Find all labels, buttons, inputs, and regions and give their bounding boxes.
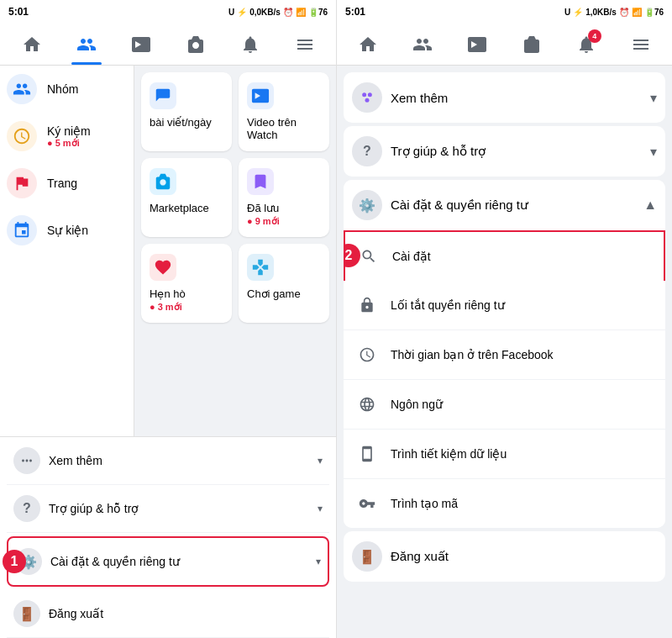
cai-dat-section-arrow: ▲	[643, 198, 657, 213]
settings-trinh-tiet-kiem[interactable]: Trình tiết kiệm dữ liệu	[344, 430, 665, 479]
right-nav-bar: 4	[337, 24, 672, 66]
loi-tat-label: Lối tắt quyền riêng tư	[391, 298, 505, 312]
section-xem-them[interactable]: Xem thêm ▾	[344, 72, 665, 123]
trang-icon	[7, 168, 37, 198]
grid-item-hendo[interactable]: Hẹn hò ● 3 mới	[141, 244, 232, 323]
tro-giup-section-arrow: ▾	[650, 144, 657, 160]
grid-row-2: Marketplace Đã lưu ● 9 mới	[141, 158, 329, 237]
right-data-icon: ⚡	[573, 8, 583, 17]
left-battery: 🔋76	[308, 8, 328, 17]
sidebar-item-nhom[interactable]: Nhóm	[0, 66, 134, 113]
nav-friends[interactable]	[71, 29, 102, 60]
right-scroll-content: Xem thêm ▾ ? Trợ giúp & hỗ trợ ▾ ⚙️ Cài …	[337, 66, 672, 638]
ngon-ngu-label: Ngôn ngữ	[391, 398, 443, 411]
settings-thoi-gian[interactable]: Thời gian bạn ở trên Facebook	[344, 330, 665, 380]
settings-trinh-tao-ma[interactable]: Trình tạo mã	[344, 479, 665, 528]
tro-giup-section-icon: ?	[352, 136, 382, 166]
section-tro-giup[interactable]: ? Trợ giúp & hỗ trợ ▾	[344, 126, 665, 177]
grid-item-daluu[interactable]: Đã lưu ● 9 mới	[239, 158, 329, 237]
right-time: 5:01	[345, 6, 365, 18]
trinh-tao-ma-label: Trình tạo mã	[391, 497, 458, 510]
xem-them-left-content: Xem thêm	[13, 447, 102, 474]
xem-them-arrow: ▾	[318, 455, 323, 467]
section-dang-xuat-right[interactable]: 🚪 Đăng xuất	[344, 531, 665, 582]
thoi-gian-label: Thời gian bạn ở trên Facebook	[391, 348, 554, 361]
trinh-tiet-kiem-icon	[354, 440, 381, 467]
right-signal-text: U	[564, 8, 570, 17]
right-nav-marketplace[interactable]	[517, 29, 547, 60]
daluu-label: Đã lưu	[247, 202, 321, 214]
sidebar-item-trang[interactable]: Trang	[0, 160, 134, 207]
marketplace-label: Marketplace	[150, 202, 223, 214]
tro-giup-section-title: Trợ giúp & hỗ trợ	[391, 144, 486, 159]
right-nav-friends[interactable]	[407, 29, 438, 60]
grid-item-marketplace[interactable]: Marketplace	[141, 158, 232, 237]
left-status-bar: 5:01 U ⚡ 0,0KB/s ⏰ 📶 🔋76	[0, 0, 336, 24]
left-grid-content: bài viết/ngày Video trên Watch Marketpla…	[134, 66, 336, 436]
svg-point-2	[365, 98, 370, 103]
right-nav-menu[interactable]	[626, 29, 656, 60]
hendo-label: Hẹn hò	[150, 287, 223, 300]
xem-them-label: Xem thêm	[49, 454, 102, 467]
nav-watch[interactable]	[126, 29, 156, 60]
settings-loi-tat[interactable]: Lối tắt quyền riêng tư	[344, 281, 665, 330]
left-alarm-icon: ⏰	[283, 8, 293, 17]
xem-them-section-icon	[352, 82, 382, 113]
dang-xuat-right-icon: 🚪	[352, 541, 382, 572]
baiviet-icon	[150, 82, 176, 109]
dang-xuat-left-content: 🚪 Đăng xuất	[13, 600, 103, 627]
suKien-label: Sự kiện	[47, 224, 88, 237]
settings-items-group: 2 Cài đặt Lối tắt quyền riêng tư	[344, 230, 665, 528]
section-xem-them-left: Xem thêm	[352, 82, 448, 113]
cai-dat-section-icon: ⚙️	[352, 190, 382, 220]
tro-giup-left[interactable]: ? Trợ giúp & hỗ trợ ▾	[7, 485, 329, 533]
left-signal-bars: 📶	[296, 8, 306, 17]
grid-item-choigame[interactable]: Chơi game	[239, 244, 329, 323]
right-nav-watch[interactable]	[462, 29, 492, 60]
trinh-tao-ma-icon	[354, 490, 381, 517]
cai-dat-left-content: ⚙️ Cài đặt & quyền riêng tư	[15, 548, 180, 575]
cai-dat-left[interactable]: ⚙️ Cài đặt & quyền riêng tư ▾	[7, 536, 329, 587]
left-bottom-section: Xem thêm ▾ ? Trợ giúp & hỗ trợ ▾ 1 ⚙️ Cà…	[0, 436, 336, 638]
xem-them-section-arrow: ▾	[650, 90, 657, 106]
dang-xuat-right-left: 🚪 Đăng xuất	[352, 541, 449, 572]
left-nav-bar	[0, 24, 336, 66]
sidebar-item-suKien[interactable]: Sự kiện	[0, 207, 134, 254]
loi-tat-icon	[354, 292, 381, 319]
nav-marketplace[interactable]	[181, 29, 211, 60]
notifications-badge: 4	[588, 29, 601, 43]
settings-cai-dat[interactable]: Cài đặt	[344, 230, 665, 281]
grid-item-baiviet[interactable]: bài viết/ngày	[141, 72, 232, 151]
choigame-label: Chơi game	[247, 287, 321, 300]
xem-them-left[interactable]: Xem thêm ▾	[7, 437, 329, 485]
settings-ngon-ngu[interactable]: Ngôn ngữ	[344, 380, 665, 430]
right-battery: 🔋76	[644, 8, 664, 17]
watch-label: Video trên Watch	[247, 116, 321, 141]
grid-item-watch[interactable]: Video trên Watch	[239, 72, 329, 151]
right-signal-bars: 📶	[632, 8, 642, 17]
dang-xuat-left[interactable]: 🚪 Đăng xuất	[7, 590, 329, 638]
xem-them-section-title: Xem thêm	[391, 91, 448, 105]
right-nav-notifications[interactable]: 4	[571, 29, 601, 60]
kyNiem-text: Ký niệm ● 5 mới	[47, 124, 91, 149]
svg-point-0	[362, 92, 366, 97]
sidebar-item-kyNiem[interactable]: Ký niệm ● 5 mới	[0, 113, 134, 160]
nav-notifications[interactable]	[235, 29, 265, 60]
daluu-icon	[247, 168, 274, 195]
nav-menu[interactable]	[290, 29, 320, 60]
baiviet-label: bài viết/ngày	[150, 116, 223, 129]
marketplace-icon	[150, 168, 176, 195]
left-main-content: Nhóm Ký niệm ● 5 mới Trang	[0, 66, 336, 436]
right-nav-home[interactable]	[353, 29, 383, 60]
kyNiem-icon	[7, 121, 37, 151]
dang-xuat-label: Đăng xuất	[49, 607, 103, 620]
step-1-number: 1	[3, 550, 26, 573]
section-cai-dat-header[interactable]: ⚙️ Cài đặt & quyền riêng tư ▲	[344, 180, 665, 230]
nav-home[interactable]	[17, 29, 47, 60]
right-status-bar: 5:01 U ⚡ 1,0KB/s ⏰ 📶 🔋76	[337, 0, 672, 24]
thoi-gian-icon	[354, 341, 381, 368]
section-cai-dat: ⚙️ Cài đặt & quyền riêng tư ▲ 2 Cài đặt	[344, 180, 665, 528]
nhom-icon	[7, 74, 37, 104]
suKien-icon	[7, 215, 37, 245]
choigame-icon	[247, 254, 274, 281]
